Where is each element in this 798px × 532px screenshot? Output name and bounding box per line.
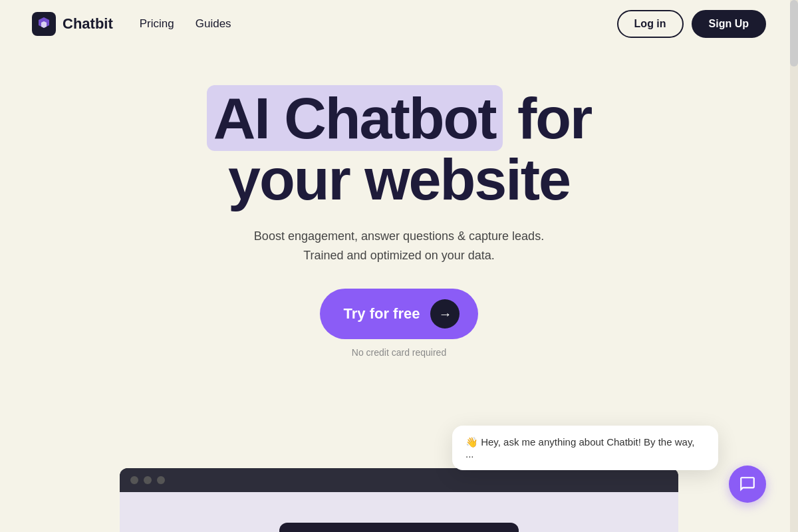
signup-button[interactable]: Sign Up	[692, 10, 766, 38]
nav-right: Log in Sign Up	[617, 10, 766, 38]
navbar: Chatbit Pricing Guides Log in Sign Up	[0, 0, 798, 48]
logo-icon	[32, 12, 56, 36]
browser-dot-1	[130, 476, 138, 484]
chat-icon	[739, 475, 756, 493]
hero-subtitle: Boost engagement, answer questions & cap…	[239, 227, 559, 265]
nav-links: Pricing Guides	[140, 17, 231, 31]
browser-dot-3	[157, 476, 165, 484]
browser-bar	[120, 468, 678, 492]
scrollbar[interactable]	[790, 0, 798, 532]
scrollbar-thumb[interactable]	[790, 0, 798, 66]
browser-content: Chatbit ↺ ✕	[120, 492, 678, 532]
cta-container: Try for free → No credit card required	[320, 289, 479, 358]
login-button[interactable]: Log in	[617, 10, 684, 38]
nav-link-guides[interactable]: Guides	[196, 17, 231, 31]
hero-title-line2: your website	[228, 146, 570, 212]
nav-link-pricing[interactable]: Pricing	[140, 17, 174, 31]
nav-left: Chatbit Pricing Guides	[32, 12, 231, 36]
chat-bubble-message: 👋 Hey, ask me anything about Chatbit! By…	[466, 436, 694, 460]
hero-title: AI Chatbot for your website	[207, 88, 592, 211]
hero-title-for: for	[517, 85, 591, 151]
chat-bubble: 👋 Hey, ask me anything about Chatbit! By…	[452, 426, 718, 470]
hero-section: AI Chatbot for your website Boost engage…	[0, 48, 798, 358]
no-credit-text: No credit card required	[352, 347, 446, 358]
browser-window: Chatbit ↺ ✕	[120, 468, 678, 532]
chat-toggle-button[interactable]	[729, 466, 766, 503]
chatbit-widget-bar: Chatbit ↺ ✕	[279, 523, 519, 532]
browser-mockup: Chatbit ↺ ✕	[120, 468, 678, 532]
browser-dot-2	[144, 476, 152, 484]
arrow-icon: →	[430, 299, 460, 329]
hero-title-highlighted: AI Chatbot	[207, 85, 503, 151]
logo-text: Chatbit	[63, 15, 113, 33]
logo-link[interactable]: Chatbit	[32, 12, 113, 36]
try-for-free-button[interactable]: Try for free →	[320, 289, 479, 339]
cta-label: Try for free	[344, 305, 420, 323]
